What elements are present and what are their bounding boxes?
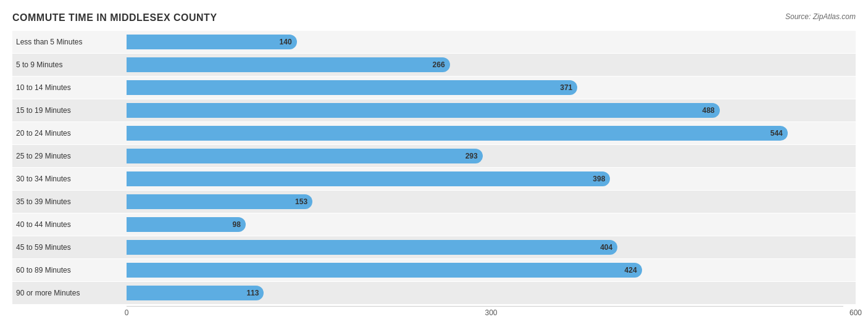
bar-value: 113 <box>246 289 259 297</box>
table-row: 35 to 39 Minutes153 <box>12 191 856 213</box>
bar-fill: 424 <box>127 263 642 278</box>
bar-fill: 544 <box>127 126 788 141</box>
bar-value: 404 <box>600 243 612 252</box>
bar-label: 90 or more Minutes <box>12 289 127 297</box>
chart-container: COMMUTE TIME IN MIDDLESEX COUNTY Source:… <box>0 0 868 322</box>
x-tick-600: 600 <box>849 308 862 317</box>
table-row: 25 to 29 Minutes293 <box>12 145 856 167</box>
table-row: 30 to 34 Minutes398 <box>12 168 856 190</box>
bar-label: 45 to 59 Minutes <box>12 243 127 252</box>
bar-value: 371 <box>560 83 572 92</box>
bar-value: 98 <box>233 220 241 229</box>
bar-track: 398 <box>127 168 856 190</box>
bar-value: 153 <box>295 197 307 206</box>
bar-label: 20 to 24 Minutes <box>12 129 127 138</box>
bar-track: 371 <box>127 76 856 99</box>
bar-fill: 404 <box>127 240 617 255</box>
bar-value: 488 <box>703 106 715 115</box>
bar-label: 35 to 39 Minutes <box>12 197 127 206</box>
bar-value: 398 <box>593 175 605 183</box>
table-row: 45 to 59 Minutes404 <box>12 236 856 258</box>
bar-track: 98 <box>127 213 856 236</box>
bar-fill: 266 <box>127 57 450 72</box>
bar-track: 140 <box>127 31 856 53</box>
x-tick-0: 0 <box>125 308 129 317</box>
bar-track: 266 <box>127 54 856 76</box>
table-row: 90 or more Minutes113 <box>12 282 856 304</box>
bar-value: 424 <box>625 266 637 275</box>
bar-fill: 371 <box>127 80 577 95</box>
bar-label: 25 to 29 Minutes <box>12 152 127 160</box>
chart-title: COMMUTE TIME IN MIDDLESEX COUNTY <box>12 12 856 23</box>
bar-fill: 293 <box>127 149 483 163</box>
bar-label: 15 to 19 Minutes <box>12 106 127 115</box>
bar-value: 293 <box>465 152 478 160</box>
bar-track: 404 <box>127 236 856 258</box>
bar-track: 488 <box>127 99 856 122</box>
table-row: Less than 5 Minutes140 <box>12 31 856 53</box>
x-axis-line <box>127 306 843 307</box>
bar-fill: 113 <box>127 286 264 300</box>
bar-value: 266 <box>433 60 445 69</box>
bar-track: 153 <box>127 191 856 213</box>
table-row: 20 to 24 Minutes544 <box>12 122 856 144</box>
chart-area: Less than 5 Minutes1405 to 9 Minutes2661… <box>12 31 856 285</box>
bar-label: 40 to 44 Minutes <box>12 220 127 229</box>
bar-fill: 153 <box>127 194 312 209</box>
table-row: 15 to 19 Minutes488 <box>12 99 856 122</box>
bar-fill: 140 <box>127 35 297 49</box>
bar-label: 10 to 14 Minutes <box>12 83 127 92</box>
bar-track: 544 <box>127 122 856 144</box>
bar-track: 293 <box>127 145 856 167</box>
table-row: 5 to 9 Minutes266 <box>12 54 856 76</box>
bar-fill: 98 <box>127 217 246 232</box>
bar-label: 60 to 89 Minutes <box>12 266 127 275</box>
bar-label: Less than 5 Minutes <box>12 38 127 46</box>
bar-value: 140 <box>280 38 292 46</box>
bar-value: 544 <box>770 129 783 138</box>
bar-label: 5 to 9 Minutes <box>12 60 127 69</box>
bar-fill: 398 <box>127 171 610 186</box>
x-tick-300: 300 <box>485 308 497 317</box>
bars-section: Less than 5 Minutes1405 to 9 Minutes2661… <box>12 31 856 305</box>
table-row: 10 to 14 Minutes371 <box>12 76 856 99</box>
bar-track: 113 <box>127 282 856 304</box>
source-text: Source: ZipAtlas.com <box>785 12 856 21</box>
bar-track: 424 <box>127 259 856 281</box>
bar-label: 30 to 34 Minutes <box>12 175 127 183</box>
table-row: 40 to 44 Minutes98 <box>12 213 856 236</box>
table-row: 60 to 89 Minutes424 <box>12 259 856 281</box>
bar-fill: 488 <box>127 103 720 118</box>
